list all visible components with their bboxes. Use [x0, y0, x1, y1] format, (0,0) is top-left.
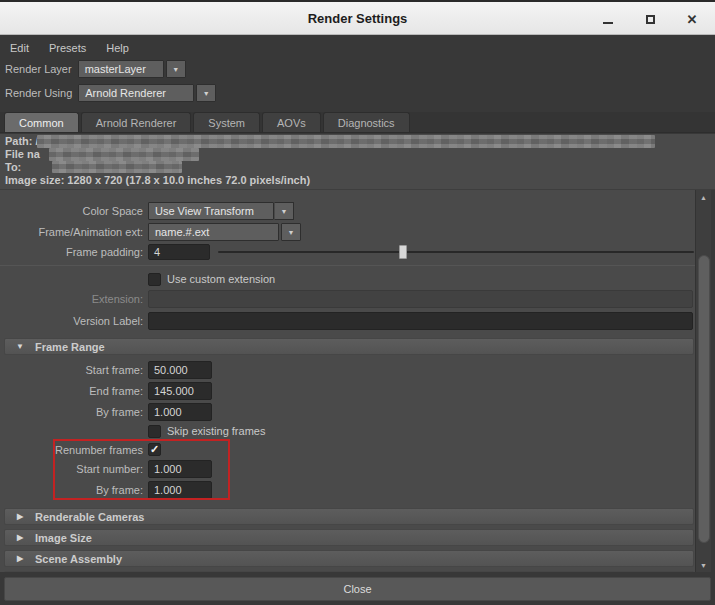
extension-input [148, 290, 693, 308]
image-size-title: Image Size [35, 532, 92, 544]
frame-padding-input[interactable]: 4 [148, 244, 210, 260]
color-space-value: Use View Transform [155, 205, 254, 217]
to-line: To: [5, 161, 715, 174]
section-frame-range[interactable]: ▼ Frame Range [4, 338, 694, 355]
output-info-panel: Path: / File na To: Image size: 1280 x 7… [0, 134, 715, 190]
skip-existing-checkbox[interactable] [148, 425, 161, 438]
minimize-icon [603, 22, 613, 24]
renumber-group: Renumber frames ✓ Start number: 1.000 By… [0, 442, 695, 499]
chevron-down-icon[interactable]: ▼ [196, 84, 216, 102]
close-dialog-button[interactable]: Close [4, 577, 711, 601]
renumber-by-frame-value: 1.000 [154, 484, 182, 496]
end-frame-input[interactable]: 145.000 [148, 382, 212, 400]
render-using-row: Render Using Arnold Renderer ▼ [5, 84, 216, 102]
titlebar: Render Settings ✕ [0, 0, 715, 35]
frame-anim-ext-label: Frame/Animation ext: [0, 226, 148, 238]
end-frame-value: 145.000 [154, 385, 194, 397]
frame-padding-slider[interactable] [218, 244, 694, 260]
scrollbar-thumb[interactable] [698, 255, 710, 543]
render-using-value: Arnold Renderer [85, 87, 166, 99]
triangle-right-icon: ▶ [5, 554, 35, 563]
version-label-input[interactable] [148, 312, 693, 330]
end-frame-row: End frame: 145.000 [0, 382, 695, 400]
render-using-label: Render Using [5, 87, 72, 99]
close-icon: ✕ [687, 12, 698, 27]
version-label-label: Version Label: [0, 315, 148, 327]
slider-handle[interactable] [399, 245, 407, 259]
frame-anim-ext-dropdown[interactable]: name.#.ext ▼ [148, 223, 301, 241]
image-size-text: Image size: 1280 x 720 (17.8 x 10.0 inch… [5, 174, 310, 186]
skip-existing-label: Skip existing frames [167, 425, 265, 437]
file-name-line: File na [5, 148, 715, 161]
section-image-size[interactable]: ▶ Image Size [4, 529, 694, 546]
chevron-down-icon[interactable]: ▼ [281, 223, 301, 241]
start-number-row: Start number: 1.000 [0, 460, 695, 478]
menu-help[interactable]: Help [96, 40, 139, 56]
extension-label: Extension: [0, 293, 148, 305]
skip-existing-row: Skip existing frames [0, 424, 695, 438]
vertical-scrollbar[interactable]: ▲ ▼ [695, 190, 711, 572]
start-frame-input[interactable]: 50.000 [148, 361, 212, 379]
file-name-label: File na [5, 148, 40, 160]
color-space-dropdown[interactable]: Use View Transform ▼ [148, 202, 294, 220]
frame-padding-row: Frame padding: 4 [0, 244, 695, 260]
redacted-path-value [37, 135, 655, 148]
scroll-up-icon[interactable]: ▲ [696, 190, 712, 204]
chevron-down-icon[interactable]: ▼ [274, 202, 294, 220]
start-frame-row: Start frame: 50.000 [0, 361, 695, 379]
path-label: Path: / [5, 135, 39, 147]
scroll-down-icon[interactable]: ▼ [696, 558, 712, 572]
tab-system[interactable]: System [193, 112, 260, 132]
window-controls: ✕ [599, 2, 701, 37]
maximize-button[interactable] [641, 11, 659, 29]
triangle-right-icon: ▶ [5, 533, 35, 542]
start-number-label: Start number: [0, 463, 148, 475]
start-frame-label: Start frame: [0, 364, 148, 376]
triangle-right-icon: ▶ [5, 512, 35, 521]
check-icon: ✓ [150, 444, 159, 455]
image-size-line: Image size: 1280 x 720 (17.8 x 10.0 inch… [5, 174, 715, 187]
chevron-down-icon[interactable]: ▼ [166, 60, 186, 78]
settings-scroll-area: Color Space Use View Transform ▼ Frame/A… [0, 190, 695, 572]
start-frame-value: 50.000 [154, 364, 188, 376]
tab-arnold-renderer[interactable]: Arnold Renderer [81, 112, 192, 132]
tab-common[interactable]: Common [4, 112, 79, 132]
section-renderable-cameras[interactable]: ▶ Renderable Cameras [4, 508, 694, 525]
menu-edit[interactable]: Edit [0, 40, 39, 56]
redacted-to-value [52, 161, 182, 173]
close-button[interactable]: ✕ [683, 11, 701, 29]
frame-padding-value: 4 [154, 246, 160, 258]
scene-assembly-title: Scene Assembly [35, 553, 122, 565]
version-label-row: Version Label: [0, 312, 695, 330]
frame-range-title: Frame Range [35, 341, 105, 353]
color-space-row: Color Space Use View Transform ▼ [0, 202, 695, 220]
scrollbar-track[interactable] [696, 204, 712, 558]
use-custom-extension-checkbox[interactable] [148, 273, 161, 286]
render-using-dropdown[interactable]: Arnold Renderer ▼ [78, 84, 216, 102]
tab-diagnostics[interactable]: Diagnostics [323, 112, 410, 132]
path-line: Path: / [5, 135, 715, 148]
renderable-cameras-title: Renderable Cameras [35, 511, 144, 523]
by-frame-label: By frame: [0, 406, 148, 418]
redacted-file-name-value [49, 148, 199, 161]
slider-track [218, 251, 694, 253]
start-number-value: 1.000 [154, 463, 182, 475]
renumber-frames-label: Renumber frames [0, 444, 148, 456]
use-custom-extension-row: Use custom extension [0, 272, 695, 286]
section-scene-assembly[interactable]: ▶ Scene Assembly [4, 550, 694, 567]
render-layer-dropdown[interactable]: masterLayer ▼ [78, 60, 186, 78]
maximize-icon [646, 15, 655, 24]
by-frame-input[interactable]: 1.000 [148, 403, 212, 421]
window-title: Render Settings [308, 11, 408, 26]
menu-presets[interactable]: Presets [39, 40, 96, 56]
end-frame-label: End frame: [0, 385, 148, 397]
renumber-by-frame-label: By frame: [0, 484, 148, 496]
triangle-down-icon: ▼ [5, 342, 35, 351]
render-layer-row: Render Layer masterLayer ▼ [5, 60, 186, 78]
renumber-frames-checkbox[interactable]: ✓ [148, 443, 161, 456]
start-number-input[interactable]: 1.000 [148, 460, 212, 478]
extension-row: Extension: [0, 290, 695, 308]
tab-aovs[interactable]: AOVs [262, 112, 321, 132]
renumber-by-frame-input[interactable]: 1.000 [148, 481, 212, 499]
minimize-button[interactable] [599, 11, 617, 29]
